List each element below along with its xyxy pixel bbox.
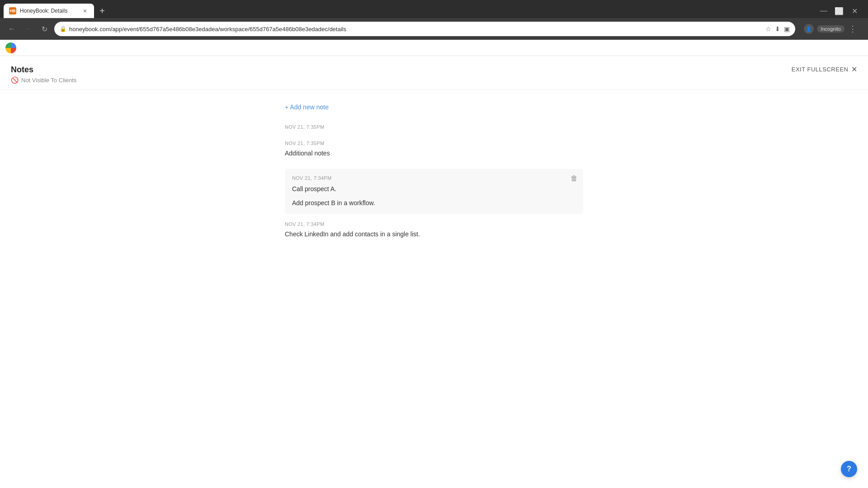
note-entry: NOV 21, 7:34PM Check LinkedIn and add co…	[285, 221, 583, 239]
note-timestamp: NOV 21, 7:35PM	[285, 124, 583, 130]
not-visible-label: 🚫 Not Visible To Clients	[11, 76, 76, 84]
account-icon[interactable]: 👤	[802, 23, 815, 35]
page-header: Notes 🚫 Not Visible To Clients EXIT FULL…	[0, 56, 868, 89]
not-visible-text: Not Visible To Clients	[21, 77, 76, 84]
address-bar[interactable]: 🔒 honeybook.com/app/event/655d767a5e486b…	[54, 22, 795, 36]
notes-area: + Add new note NOV 21, 7:35PM NOV 21, 7:…	[276, 89, 592, 263]
exit-fullscreen-label: EXIT FULLSCREEN	[792, 66, 849, 73]
back-button[interactable]: ←	[5, 23, 18, 35]
header-left: Notes 🚫 Not Visible To Clients	[11, 65, 76, 84]
tab-title-label: HoneyBook: Details	[20, 8, 78, 14]
delete-note-button[interactable]: 🗑	[571, 174, 578, 183]
eye-slash-icon: 🚫	[11, 76, 19, 84]
help-icon: ?	[847, 465, 851, 473]
url-text: honeybook.com/app/event/655d767a5e486b08…	[69, 26, 763, 33]
close-window-button[interactable]: ✕	[848, 5, 861, 17]
tab-favicon: HB	[9, 7, 16, 14]
address-bar-row: ← → ↻ 🔒 honeybook.com/app/event/655d767a…	[0, 18, 868, 40]
note-entry: NOV 21, 7:35PM Additional notes	[285, 141, 583, 158]
google-logo	[5, 42, 16, 53]
refresh-button[interactable]: ↻	[38, 23, 51, 35]
google-bar	[0, 40, 868, 56]
lock-icon: 🔒	[60, 26, 66, 32]
page-title: Notes	[11, 65, 76, 75]
note-text: Check LinkedIn and add contacts in a sin…	[285, 230, 583, 239]
note-timestamp: NOV 21, 7:34PM	[292, 175, 576, 181]
help-button[interactable]: ?	[841, 461, 857, 477]
note-text: Call prospect A.	[292, 184, 576, 194]
page-content: Notes 🚫 Not Visible To Clients EXIT FULL…	[0, 56, 868, 488]
note-card: NOV 21, 7:34PM Call prospect A. Add pros…	[285, 169, 583, 214]
address-right-icons: ☆ ⬇ ▣	[765, 25, 790, 33]
browser-chrome: HB HoneyBook: Details × + — ⬜ ✕ ← → ↻ 🔒 …	[0, 0, 868, 40]
menu-icon[interactable]: ⋮	[846, 23, 859, 35]
download-icon[interactable]: ⬇	[775, 25, 780, 33]
tab-close-button[interactable]: ×	[81, 7, 89, 14]
forward-button[interactable]: →	[22, 23, 34, 35]
note-text: Additional notes	[285, 149, 583, 158]
exit-fullscreen-button[interactable]: EXIT FULLSCREEN ✕	[792, 65, 857, 74]
tab-bar: HB HoneyBook: Details × + — ⬜ ✕	[0, 0, 868, 18]
sidebar-icon[interactable]: ▣	[784, 25, 790, 33]
note-entry: NOV 21, 7:35PM	[285, 124, 583, 130]
new-tab-button[interactable]: +	[96, 5, 108, 17]
browser-right-icons: 👤 Incognito ⋮	[799, 23, 863, 35]
restore-button[interactable]: ⬜	[833, 5, 845, 17]
note-text-secondary: Add prospect B in a workflow.	[292, 198, 576, 208]
active-tab[interactable]: HB HoneyBook: Details ×	[4, 4, 94, 18]
minimize-button[interactable]: —	[817, 5, 830, 17]
note-timestamp: NOV 21, 7:35PM	[285, 141, 583, 146]
note-timestamp: NOV 21, 7:34PM	[285, 221, 583, 227]
close-icon: ✕	[851, 65, 858, 74]
incognito-badge: Incognito	[817, 25, 844, 33]
bookmark-icon[interactable]: ☆	[765, 25, 771, 33]
add-note-button[interactable]: + Add new note	[285, 103, 329, 111]
